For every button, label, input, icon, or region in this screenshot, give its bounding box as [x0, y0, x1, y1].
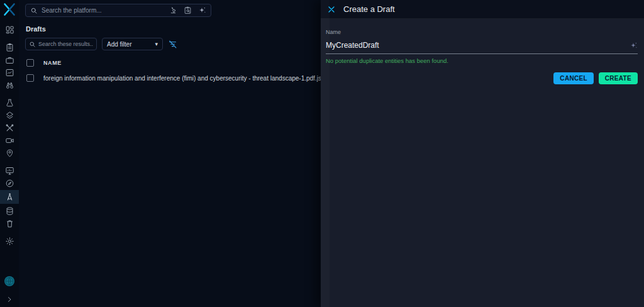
name-field — [326, 38, 638, 54]
row-checkbox[interactable] — [26, 74, 34, 82]
sidebar-item-analyses[interactable] — [0, 42, 19, 53]
platform-search-input[interactable] — [42, 7, 165, 14]
ai-sparkle-icon[interactable] — [198, 6, 206, 14]
dashboard-icon — [5, 25, 14, 35]
select-all-checkbox[interactable] — [26, 59, 34, 67]
briefcase-icon — [5, 55, 14, 65]
tools-icon — [5, 123, 14, 133]
sidebar-item-investigations[interactable] — [0, 177, 19, 189]
sidebar-item-dashboard[interactable] — [0, 24, 19, 35]
sidebar-item-dashboards[interactable] — [0, 165, 19, 176]
opencti-screen: Drafts Add filter ▾ NAME — [0, 0, 644, 307]
user-avatar[interactable] — [4, 276, 14, 286]
sidebar-item-events[interactable] — [0, 67, 19, 78]
page-title: Drafts — [26, 25, 46, 33]
drawer-actions: CANCEL CREATE — [326, 72, 638, 84]
sidebar-item-trash[interactable] — [0, 218, 19, 229]
trash-icon — [5, 219, 14, 228]
drawer-title: Create a Draft — [343, 4, 395, 14]
ai-sparkle-icon[interactable] — [630, 42, 638, 50]
monitor-chart-icon — [5, 166, 14, 176]
compass-icon — [5, 179, 14, 188]
sidebar-item-arsenal[interactable] — [0, 109, 19, 121]
timeline-chart-icon — [5, 68, 14, 77]
search-bar-actions — [169, 6, 206, 14]
create-button[interactable]: CREATE — [599, 72, 638, 84]
sidebar-item-threats[interactable] — [0, 97, 19, 108]
add-filter-label: Add filter — [107, 41, 131, 48]
flask-icon — [5, 98, 14, 108]
search-icon — [30, 7, 38, 14]
search-icon — [29, 41, 36, 48]
sidebar-item-entities[interactable] — [0, 135, 19, 146]
globe-icon — [4, 276, 14, 286]
drawer-body: Name No potential duplicate entities has… — [321, 19, 644, 84]
expand-sidebar-chevron-icon[interactable] — [6, 294, 13, 305]
chevron-down-icon: ▾ — [155, 41, 158, 47]
table-row[interactable]: foreign information manipulation and int… — [26, 74, 328, 82]
create-draft-drawer: Create a Draft Name No potential duplica… — [321, 0, 644, 307]
binoculars-icon — [5, 81, 14, 90]
sidebar-item-locations[interactable] — [0, 147, 19, 159]
clipboard-icon — [5, 43, 14, 52]
biotech-icon[interactable] — [169, 6, 177, 14]
sidebar-bottom — [4, 276, 14, 307]
architecture-icon — [5, 193, 14, 202]
layers-icon — [5, 111, 14, 120]
results-search-input[interactable] — [38, 41, 93, 47]
sidebar-item-techniques[interactable] — [0, 122, 19, 133]
map-pin-icon — [5, 148, 14, 158]
gear-icon — [5, 237, 14, 246]
draft-row-name[interactable]: foreign information manipulation and int… — [43, 75, 328, 82]
drafts-page: Drafts Add filter ▾ NAME — [19, 0, 321, 307]
table-header: NAME — [26, 59, 62, 67]
xtm-logo[interactable] — [2, 2, 17, 17]
filters-toolbar: Add filter ▾ — [25, 38, 177, 50]
filter-off-icon[interactable] — [168, 40, 177, 49]
duplicate-check-message: No potential duplicate entities has been… — [326, 57, 638, 64]
cancel-button[interactable]: CANCEL — [553, 72, 593, 84]
name-input[interactable] — [326, 41, 630, 50]
platform-search-bar — [25, 4, 211, 17]
sidebar-item-observations[interactable] — [0, 79, 19, 91]
sidebar-item-settings[interactable] — [0, 235, 19, 247]
close-icon[interactable] — [328, 6, 335, 13]
results-search-box — [25, 38, 97, 50]
sidebar-item-data[interactable] — [0, 205, 19, 216]
sidebar-rail — [0, 0, 19, 307]
content-paste-search-icon[interactable] — [184, 6, 192, 14]
add-filter-select[interactable]: Add filter ▾ — [102, 38, 163, 50]
video-camera-icon — [5, 136, 14, 145]
drawer-header: Create a Draft — [321, 0, 644, 19]
sidebar-item-cases[interactable] — [0, 54, 19, 65]
name-field-label: Name — [326, 29, 341, 35]
database-icon — [5, 206, 14, 216]
column-header-name[interactable]: NAME — [43, 60, 62, 66]
sidebar-item-drafts[interactable] — [0, 190, 19, 204]
